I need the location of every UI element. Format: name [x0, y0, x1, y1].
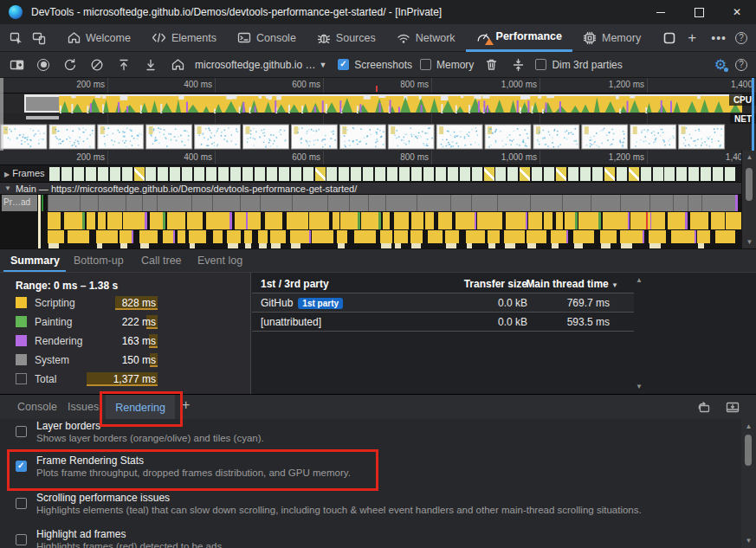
frame-block[interactable]: [436, 167, 446, 181]
script-block[interactable]: [187, 212, 203, 229]
frame-block[interactable]: [206, 167, 216, 181]
dock-drawer-icon[interactable]: [725, 401, 740, 414]
frame-block[interactable]: [568, 167, 578, 181]
dim-3rd-parties-checkbox[interactable]: Dim 3rd parties: [535, 59, 622, 71]
frame-block[interactable]: [701, 167, 711, 181]
frame-block[interactable]: [688, 167, 699, 181]
frame-block[interactable]: [182, 167, 192, 181]
minimize-button[interactable]: [642, 0, 680, 24]
scroll-down-icon[interactable]: ▼: [633, 383, 645, 390]
task-block[interactable]: [497, 195, 529, 211]
origin-selector[interactable]: microsoftedge.github.io … ▼: [195, 59, 326, 71]
function-call-block[interactable]: [189, 230, 206, 243]
tab-rendering[interactable]: Rendering: [106, 395, 175, 420]
frame-block[interactable]: [279, 167, 289, 181]
script-block[interactable]: [528, 212, 543, 229]
task-block[interactable]: [260, 195, 292, 211]
function-call-block[interactable]: [649, 230, 667, 243]
frame-block[interactable]: [544, 167, 554, 181]
task-block[interactable]: [327, 195, 348, 211]
script-block[interactable]: [309, 212, 329, 229]
frame-block[interactable]: [110, 167, 120, 181]
task-block[interactable]: [385, 195, 416, 211]
tab-event-log[interactable]: Event log: [197, 255, 242, 267]
script-block[interactable]: [565, 212, 575, 229]
tab-network[interactable]: Network: [386, 24, 466, 52]
frame-block[interactable]: [592, 167, 603, 181]
render-block[interactable]: [695, 230, 696, 243]
frame-block[interactable]: [267, 167, 277, 181]
screenshot-thumbnail[interactable]: [243, 125, 289, 149]
task-block[interactable]: [212, 195, 241, 211]
task-block[interactable]: [530, 195, 562, 211]
add-tab-icon[interactable]: +: [681, 26, 703, 50]
tab-summary[interactable]: Summary: [10, 255, 60, 267]
tab-memory[interactable]: Memory: [572, 24, 651, 52]
screenshot-filmstrip[interactable]: [0, 124, 756, 152]
script-block[interactable]: [150, 212, 164, 229]
task-block[interactable]: [142, 195, 157, 211]
help-icon[interactable]: ?: [735, 59, 747, 71]
frame-block[interactable]: [86, 167, 96, 181]
frame-block[interactable]: [460, 167, 470, 181]
scroll-down-icon[interactable]: ▼: [741, 537, 756, 545]
task-block[interactable]: [98, 195, 126, 211]
script-block[interactable]: [711, 212, 726, 229]
function-call-block[interactable]: [312, 230, 334, 243]
screenshot-thumbnail[interactable]: [485, 125, 531, 149]
scrollbar-thumb[interactable]: [746, 168, 753, 201]
script-block[interactable]: [456, 212, 475, 229]
function-call-block[interactable]: [504, 230, 525, 243]
frame-block[interactable]: [507, 167, 518, 181]
table-row[interactable]: [unattributed]0.0 kB593.5 ms: [252, 313, 634, 332]
function-call-block[interactable]: [227, 230, 242, 243]
frame-block[interactable]: [617, 167, 627, 181]
memory-checkbox[interactable]: Memory: [420, 59, 474, 71]
scrollbar-thumb[interactable]: [745, 435, 752, 466]
function-call-block[interactable]: [270, 230, 286, 243]
paint-block[interactable]: [628, 212, 630, 229]
flamechart-ruler[interactable]: 200 ms400 ms600 ms800 ms1,000 ms1,200 ms…: [0, 151, 756, 165]
script-block[interactable]: [333, 212, 339, 229]
home-icon[interactable]: [168, 55, 187, 74]
script-block[interactable]: [394, 212, 409, 229]
frame-block[interactable]: [158, 167, 168, 181]
restore-defaults-icon[interactable]: [695, 401, 711, 414]
function-call-block[interactable]: [96, 230, 118, 243]
paint-block[interactable]: [145, 212, 147, 229]
frame-block[interactable]: [230, 167, 241, 181]
function-call-block[interactable]: [290, 230, 309, 243]
clear-icon[interactable]: [87, 55, 107, 74]
script-block[interactable]: [48, 212, 61, 229]
function-call-block[interactable]: [337, 230, 347, 243]
render-block[interactable]: [309, 230, 311, 243]
screenshot-thumbnail[interactable]: [291, 125, 337, 149]
task-block[interactable]: [701, 195, 736, 211]
script-block[interactable]: [544, 212, 552, 229]
frame-block[interactable]: [653, 167, 663, 181]
script-block[interactable]: [651, 212, 665, 229]
script-block[interactable]: [411, 212, 423, 229]
frame-block[interactable]: [363, 167, 373, 181]
script-block[interactable]: [107, 212, 121, 229]
partial-frame-block[interactable]: [520, 167, 530, 181]
task-block[interactable]: [620, 195, 649, 211]
paint-block[interactable]: [575, 212, 578, 229]
function-call-block[interactable]: [715, 230, 735, 243]
partial-frame-block[interactable]: [134, 167, 145, 181]
frame-block[interactable]: [291, 167, 301, 181]
column-header[interactable]: 1st / 3rd party: [261, 278, 329, 290]
capture-settings-gear-icon[interactable]: ⚙: [714, 56, 727, 73]
drawer-scrollbar[interactable]: ▲ ▼: [741, 419, 756, 548]
frame-block[interactable]: [423, 167, 434, 181]
more-tabs-panel-icon[interactable]: [658, 26, 681, 50]
frame-block[interactable]: [242, 167, 253, 181]
record-icon[interactable]: [34, 55, 53, 74]
script-block[interactable]: [235, 212, 246, 229]
script-block[interactable]: [383, 212, 390, 229]
paint-block[interactable]: [378, 212, 381, 229]
paint-block[interactable]: [685, 212, 688, 229]
paint-block[interactable]: [598, 212, 601, 229]
maximize-button[interactable]: [680, 0, 718, 24]
task-block[interactable]: [240, 195, 260, 211]
